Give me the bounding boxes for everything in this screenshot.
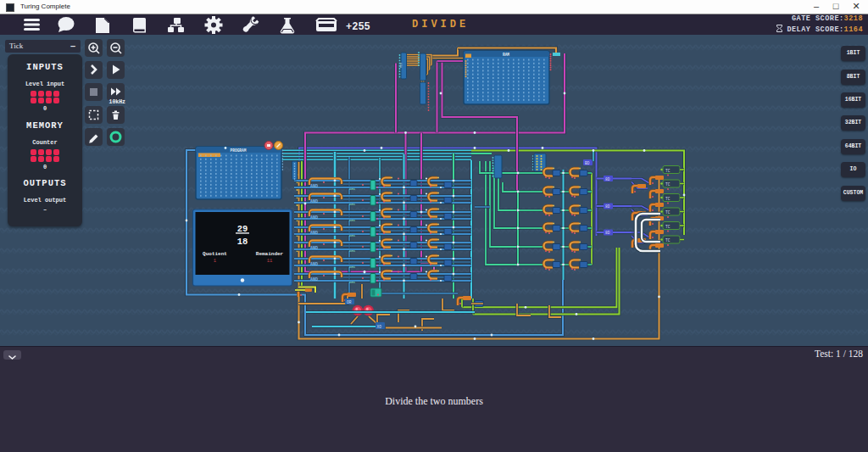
svg-text:DEC: DEC bbox=[349, 249, 356, 253]
svg-text:TC: TC bbox=[665, 225, 670, 229]
svg-text:Quotient: Quotient bbox=[203, 251, 227, 257]
svg-text:DEC: DEC bbox=[349, 265, 356, 269]
svg-text:DEC: DEC bbox=[349, 281, 356, 284]
svg-text:29: 29 bbox=[237, 224, 248, 234]
svg-text:TC: TC bbox=[665, 182, 670, 187]
svg-text:8D: 8D bbox=[605, 177, 610, 181]
svg-text:18: 18 bbox=[237, 237, 248, 247]
svg-text:DEC: DEC bbox=[349, 219, 356, 222]
svg-text:11: 11 bbox=[267, 258, 273, 264]
svg-text:DEC: DEC bbox=[349, 203, 356, 206]
svg-text:AND: AND bbox=[310, 262, 318, 267]
svg-text:AND: AND bbox=[310, 231, 318, 236]
svg-text:DEC: DEC bbox=[349, 187, 356, 191]
svg-text:+255: +255 bbox=[346, 21, 370, 33]
svg-text:AND: AND bbox=[310, 184, 318, 189]
svg-text:BD: BD bbox=[585, 161, 590, 165]
svg-text:TC: TC bbox=[665, 197, 670, 201]
svg-text:Remainder: Remainder bbox=[256, 251, 284, 257]
svg-text:AND: AND bbox=[310, 277, 318, 282]
svg-text:OR: OR bbox=[347, 300, 352, 304]
svg-text:8D: 8D bbox=[605, 204, 610, 209]
svg-text:AND: AND bbox=[310, 215, 318, 220]
svg-text:TC: TC bbox=[665, 210, 670, 215]
svg-text:RAM: RAM bbox=[503, 53, 509, 57]
svg-text:PROGRAM: PROGRAM bbox=[231, 148, 247, 153]
svg-text:TC: TC bbox=[665, 238, 670, 243]
svg-text:REG: REG bbox=[399, 63, 403, 68]
svg-text:XO: XO bbox=[377, 325, 382, 329]
svg-text:AND: AND bbox=[310, 246, 318, 251]
svg-text:TC: TC bbox=[665, 169, 670, 173]
svg-text:AND: AND bbox=[310, 199, 318, 204]
svg-text:8D: 8D bbox=[605, 231, 610, 235]
svg-text:10kHz: 10kHz bbox=[109, 99, 126, 105]
svg-text:DEC: DEC bbox=[349, 234, 356, 237]
